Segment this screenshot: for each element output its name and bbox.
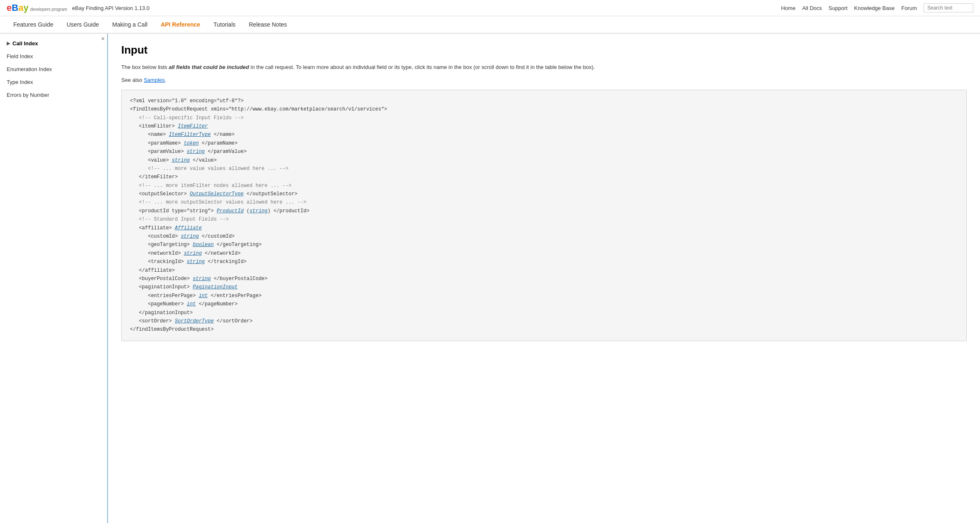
sidebar-close-button[interactable]: ×	[101, 35, 105, 42]
nav-home-link[interactable]: Home	[781, 5, 796, 11]
link-boolean-geotargeting[interactable]: boolean	[193, 242, 213, 248]
link-token-paramname[interactable]: token	[184, 140, 199, 146]
nav-support-link[interactable]: Support	[828, 5, 848, 11]
sidebar-item-type-index[interactable]: Type Index	[0, 76, 107, 88]
ebay-logo: eBay developers program	[7, 3, 67, 12]
tab-making-a-call[interactable]: Making a Call	[105, 16, 154, 33]
sidebar-item-call-index[interactable]: ▶ Call Index	[0, 37, 107, 50]
sidebar-item-errors-by-number[interactable]: Errors by Number	[0, 88, 107, 101]
logo-text: eBay	[7, 3, 29, 12]
top-nav-right: Home All Docs Support Knowledge Base For…	[781, 3, 973, 12]
link-string-paramvalue[interactable]: string	[187, 149, 205, 155]
main-layout: × ▶ Call Index Field Index Enumeration I…	[0, 34, 980, 523]
content-area: Input The box below lists all fields tha…	[108, 34, 980, 523]
see-also-line: See also Samples.	[121, 77, 967, 83]
sidebar-item-field-index[interactable]: Field Index	[0, 50, 107, 63]
top-nav-left: eBay developers program eBay Finding API…	[7, 3, 149, 12]
tab-tutorials[interactable]: Tutorials	[207, 16, 242, 33]
link-string-value[interactable]: string	[172, 157, 190, 163]
api-title: eBay Finding API Version 1.13.0	[72, 5, 149, 11]
nav-knowledgebase-link[interactable]: Knowledge Base	[854, 5, 895, 11]
sidebar: × ▶ Call Index Field Index Enumeration I…	[0, 34, 108, 523]
top-navigation: eBay developers program eBay Finding API…	[0, 0, 980, 16]
link-int-entriesperpage[interactable]: int	[199, 293, 208, 299]
nav-alldocs-link[interactable]: All Docs	[802, 5, 822, 11]
link-string-productid[interactable]: string	[250, 208, 267, 214]
xml-code-block: <?xml version="1.0" encoding="utf-8"?> <…	[121, 90, 967, 341]
link-SortOrderType[interactable]: SortOrderType	[175, 318, 214, 324]
link-string-customid[interactable]: string	[181, 234, 198, 239]
link-PaginationInput[interactable]: PaginationInput	[193, 284, 238, 290]
sidebar-item-enumeration-index[interactable]: Enumeration Index	[0, 63, 107, 76]
link-Affiliate[interactable]: Affiliate	[175, 225, 202, 231]
link-ItemFilter[interactable]: ItemFilter	[178, 123, 208, 129]
dev-program-label: developers program	[30, 7, 67, 12]
intro-paragraph: The box below lists all fields that coul…	[121, 63, 967, 72]
link-string-networkid[interactable]: string	[184, 251, 202, 256]
nav-forum-link[interactable]: Forum	[901, 5, 917, 11]
tab-features-guide[interactable]: Features Guide	[7, 16, 60, 33]
tab-api-reference[interactable]: API Reference	[154, 16, 207, 33]
secondary-navigation: Features Guide Users Guide Making a Call…	[0, 16, 980, 34]
sidebar-arrow-icon: ▶	[7, 41, 10, 46]
link-string-buyerpostalcode[interactable]: string	[193, 276, 211, 282]
tab-release-notes[interactable]: Release Notes	[242, 16, 294, 33]
link-ItemFilterType[interactable]: ItemFilterType	[169, 132, 211, 138]
link-string-trackingid[interactable]: string	[187, 259, 205, 265]
link-ProductId[interactable]: ProductId	[217, 208, 244, 214]
link-int-pagenumber[interactable]: int	[187, 301, 196, 307]
link-OutputSelectorType[interactable]: OutputSelectorType	[190, 191, 244, 197]
page-title: Input	[121, 44, 967, 57]
samples-link[interactable]: Samples	[144, 77, 165, 83]
tab-users-guide[interactable]: Users Guide	[60, 16, 106, 33]
search-input[interactable]	[924, 3, 973, 12]
